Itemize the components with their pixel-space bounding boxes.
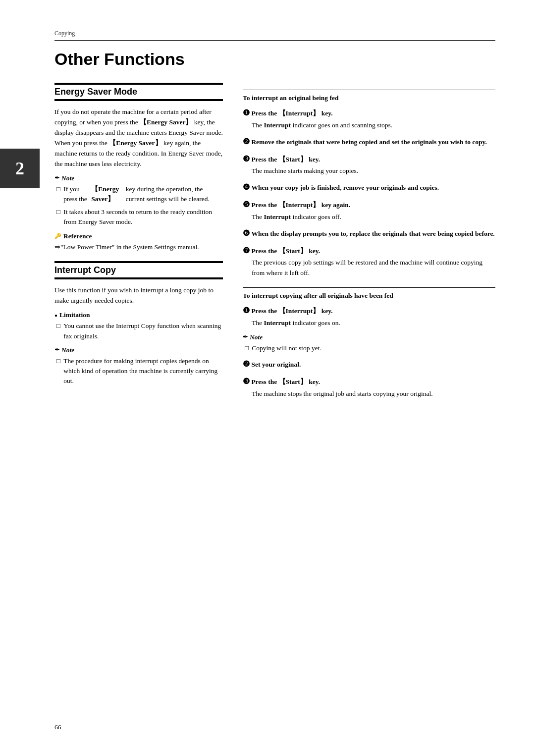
left-column: Energy Saver Mode If you do not operate … bbox=[54, 83, 223, 404]
step-6: ❻ When the display prompts you to, repla… bbox=[243, 227, 495, 240]
interrupt-note: Note The procedure for making interrupt … bbox=[54, 346, 223, 386]
step-1-desc: The Interrupt indicator goes on and scan… bbox=[252, 120, 495, 131]
limitation-title: Limitation bbox=[54, 311, 223, 319]
energy-saver-body: If you do not operate the machine for a … bbox=[54, 107, 223, 169]
subsection2-rule bbox=[243, 287, 495, 288]
step-b3-desc: The machine stops the original job and s… bbox=[252, 389, 495, 399]
step-b2-label: ❷ Set your original. bbox=[243, 358, 495, 371]
subsection1-heading: To interrupt an original being fed bbox=[243, 94, 495, 102]
page-number: 66 bbox=[54, 723, 61, 731]
step-7-label: ❼ Press the 【Start】 key. bbox=[243, 245, 495, 257]
interrupt-copy-title: Interrupt Copy bbox=[54, 261, 223, 279]
interrupt-limitation: Limitation You cannot use the Interrupt … bbox=[54, 311, 223, 341]
step-b3-label: ❸ Press the 【Start】 key. bbox=[243, 376, 495, 388]
subsection1-rule bbox=[243, 90, 495, 90]
limitation-list: You cannot use the Interrupt Copy functi… bbox=[54, 321, 223, 341]
step-4-label: ❹ When your copy job is finished, remove… bbox=[243, 181, 495, 194]
step-5-desc: The Interrupt indicator goes off. bbox=[252, 212, 495, 222]
step-3: ❸ Press the 【Start】 key. The machine sta… bbox=[243, 153, 495, 177]
reference-title: Reference bbox=[54, 232, 223, 240]
step-7-desc: The previous copy job settings will be r… bbox=[252, 258, 495, 278]
step-7: ❼ Press the 【Start】 key. The previous co… bbox=[243, 245, 495, 279]
note-item-2: It takes about 3 seconds to return to th… bbox=[56, 207, 223, 227]
note-title-3: Note bbox=[243, 333, 495, 341]
note-title-1: Note bbox=[54, 174, 223, 182]
energy-saver-section: Energy Saver Mode If you do not operate … bbox=[54, 83, 223, 252]
note-item-1: If you press the 【Energy Saver】 key duri… bbox=[56, 184, 223, 205]
step-4: ❹ When your copy job is finished, remove… bbox=[243, 181, 495, 194]
step-2: ❷ Remove the originals that were being c… bbox=[243, 136, 495, 148]
step-5-label: ❺ Press the 【Interrupt】 key again. bbox=[243, 199, 495, 211]
energy-saver-note: Note If you press the 【Energy Saver】 key… bbox=[54, 174, 223, 227]
step-3-label: ❸ Press the 【Start】 key. bbox=[243, 153, 495, 165]
note-title-2: Note bbox=[54, 346, 223, 354]
energy-saver-title: Energy Saver Mode bbox=[54, 83, 223, 101]
subsection2-note-list: Copying will not stop yet. bbox=[243, 343, 495, 353]
step-b1-label: ❶ Press the 【Interrupt】 key. bbox=[243, 305, 495, 317]
chapter-number: 2 bbox=[0, 149, 40, 188]
reference-text: ⇒"Low Power Timer" in the System Setting… bbox=[54, 242, 223, 253]
interrupt-note-list: The procedure for making interrupt copie… bbox=[54, 356, 223, 386]
breadcrumb: Copying bbox=[54, 30, 495, 37]
subsection2-note: Note Copying will not stop yet. bbox=[243, 333, 495, 353]
top-rule bbox=[54, 40, 495, 41]
interrupt-copy-body: Use this function if you wish to interru… bbox=[54, 285, 223, 306]
interrupt-note-item-1: The procedure for making interrupt copie… bbox=[56, 356, 223, 386]
limitation-item-1: You cannot use the Interrupt Copy functi… bbox=[56, 321, 223, 341]
interrupt-copy-section: Interrupt Copy Use this function if you … bbox=[54, 261, 223, 386]
step-1: ❶ Press the 【Interrupt】 key. The Interru… bbox=[243, 107, 495, 131]
step-2-label: ❷ Remove the originals that were being c… bbox=[243, 136, 495, 148]
step-b3: ❸ Press the 【Start】 key. The machine sto… bbox=[243, 376, 495, 399]
step-6-label: ❻ When the display prompts you to, repla… bbox=[243, 227, 495, 240]
energy-saver-note-list: If you press the 【Energy Saver】 key duri… bbox=[54, 184, 223, 227]
subsection2-heading: To interrupt copying after all originals… bbox=[243, 292, 495, 300]
step-b2: ❷ Set your original. bbox=[243, 358, 495, 371]
two-col-layout: Energy Saver Mode If you do not operate … bbox=[54, 83, 495, 404]
page-title: Other Functions bbox=[54, 50, 495, 69]
step-5: ❺ Press the 【Interrupt】 key again. The I… bbox=[243, 199, 495, 222]
subsection2-note-item-1: Copying will not stop yet. bbox=[245, 343, 495, 353]
right-column: To interrupt an original being fed ❶ Pre… bbox=[243, 83, 495, 404]
step-1-label: ❶ Press the 【Interrupt】 key. bbox=[243, 107, 495, 119]
step-b1-desc: The Interrupt indicator goes on. bbox=[252, 318, 495, 328]
step-3-desc: The machine starts making your copies. bbox=[252, 166, 495, 176]
page: 2 Copying Other Functions Energy Saver M… bbox=[0, 0, 535, 756]
energy-saver-reference: Reference ⇒"Low Power Timer" in the Syst… bbox=[54, 232, 223, 253]
step-b1: ❶ Press the 【Interrupt】 key. The Interru… bbox=[243, 305, 495, 328]
